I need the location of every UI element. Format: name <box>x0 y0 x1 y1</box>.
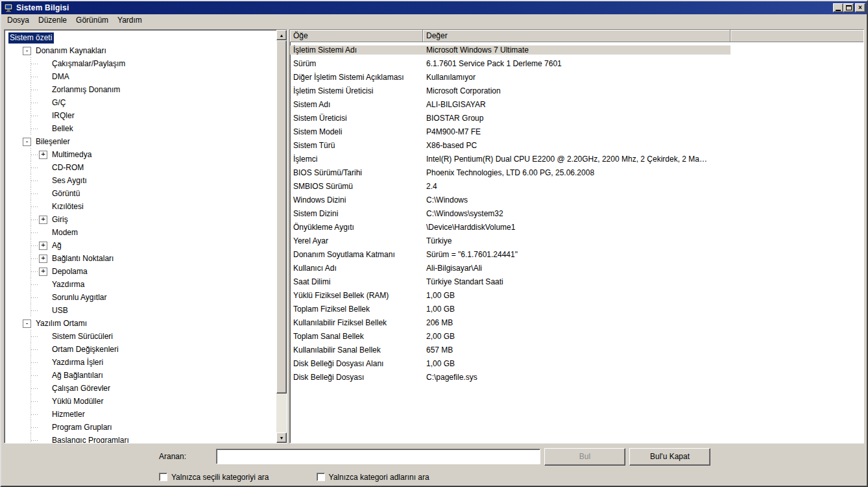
table-row[interactable]: SMBIOS Sürümü2.4 <box>290 179 863 193</box>
table-row[interactable]: Disk Belleği DosyasıC:\pagefile.sys <box>290 370 863 384</box>
tree-item[interactable]: Yazdırma İşleri <box>7 356 276 369</box>
tree-item[interactable]: Kızılötesi <box>7 200 276 213</box>
table-row[interactable]: Sistem DiziniC:\Windows\system32 <box>290 206 863 220</box>
collapse-icon[interactable]: - <box>23 47 31 55</box>
tree-item[interactable]: USB <box>7 304 276 317</box>
item-cell: Windows Dizini <box>290 195 423 205</box>
item-cell: Sürüm <box>290 59 423 68</box>
table-row[interactable]: İşletim Sistemi AdıMicrosoft Windows 7 U… <box>290 43 863 56</box>
find-button[interactable]: Bul <box>544 448 625 466</box>
menu-help[interactable]: Yardım <box>113 14 147 27</box>
tree-item[interactable]: Sistem Sürücüleri <box>7 330 276 343</box>
tree-connector <box>39 284 47 285</box>
tree-item[interactable]: -Donanım Kaynakları <box>7 44 276 57</box>
value-cell: Türkiye Standart Saati <box>423 277 730 286</box>
search-selected-category-option[interactable]: Yalnızca seçili kategoriyi ara <box>159 473 269 482</box>
tree-item-label: Bağlantı Noktaları <box>51 253 115 264</box>
titlebar: Sistem Bilgisi × <box>1 1 867 14</box>
close-find-button[interactable]: Bul'u Kapat <box>629 448 710 466</box>
tree-item[interactable]: +Depolama <box>7 265 276 278</box>
tree-item[interactable]: G/Ç <box>7 96 276 109</box>
tree-item[interactable]: +Bağlantı Noktaları <box>7 252 276 265</box>
selected-category-checkbox[interactable] <box>159 473 167 481</box>
minimize-button[interactable] <box>833 3 843 12</box>
table-row[interactable]: İşletim Sistemi ÜreticisiMicrosoft Corpo… <box>290 84 863 97</box>
tree-item[interactable]: -Yazılım Ortamı <box>7 317 276 330</box>
expand-icon[interactable]: + <box>39 242 47 250</box>
tree-connector <box>39 349 47 350</box>
table-row[interactable]: Diğer İşletim Sistemi AçıklamasıKullanıl… <box>290 70 863 84</box>
tree-item[interactable]: Yazdırma <box>7 278 276 291</box>
tree-item[interactable]: DMA <box>7 70 276 83</box>
scroll-down-button[interactable]: ▼ <box>276 432 287 443</box>
tree-item[interactable]: IRQler <box>7 109 276 122</box>
tree-scrollbar[interactable]: ▲ ▼ <box>276 30 287 443</box>
table-row[interactable]: Sürüm6.1.7601 Service Pack 1 Derleme 760… <box>290 56 863 70</box>
menu-file[interactable]: Dosya <box>3 14 34 27</box>
item-cell: BIOS Sürümü/Tarihi <box>290 168 423 177</box>
tree-connector <box>39 336 47 337</box>
tree-item-root[interactable]: Sistem özeti <box>7 31 276 44</box>
expand-icon[interactable]: + <box>39 255 47 263</box>
tree-item[interactable]: Görüntü <box>7 187 276 200</box>
search-bar: Aranan: Bul Bul'u Kapat <box>1 445 867 468</box>
tree-item[interactable]: Zorlanmış Donanım <box>7 83 276 96</box>
tree-item[interactable]: CD-ROM <box>7 161 276 174</box>
tree-item[interactable]: Çakışmalar/Paylaşım <box>7 57 276 70</box>
search-options-row: Yalnızca seçili kategoriyi ara Yalnızca … <box>1 468 867 486</box>
category-names-checkbox[interactable] <box>317 473 325 481</box>
tree-item[interactable]: -Bileşenler <box>7 135 276 148</box>
tree-item[interactable]: Sorunlu Aygıtlar <box>7 291 276 304</box>
table-row[interactable]: BIOS Sürümü/TarihiPhoenix Technologies, … <box>290 166 863 179</box>
table-row[interactable]: Sistem ModeliP4M900-M7 FE <box>290 125 863 138</box>
expand-icon[interactable]: + <box>39 268 47 276</box>
tree-item[interactable]: Program Grupları <box>7 421 276 434</box>
collapse-icon[interactable]: - <box>23 319 31 328</box>
table-row[interactable]: Windows DiziniC:\Windows <box>290 193 863 206</box>
table-row[interactable]: Yerel AyarTürkiye <box>290 234 863 247</box>
table-row[interactable]: İşlemciIntel(R) Pentium(R) Dual CPU E220… <box>290 152 863 166</box>
tree-item[interactable]: Yüklü Modüller <box>7 395 276 408</box>
column-header-value[interactable]: Değer <box>423 30 730 42</box>
tree-item[interactable]: Ses Aygıtı <box>7 174 276 187</box>
tree-item[interactable]: Ortam Değişkenleri <box>7 343 276 356</box>
table-row[interactable]: Toplam Sanal Bellek2,00 GB <box>290 329 863 343</box>
selected-category-label: Yalnızca seçili kategoriyi ara <box>171 473 269 482</box>
tree-item[interactable]: Ağ Bağlantıları <box>7 369 276 382</box>
table-row[interactable]: Donanım Soyutlama KatmanıSürüm = "6.1.76… <box>290 247 863 261</box>
tree-item[interactable]: Hizmetler <box>7 408 276 421</box>
tree-item[interactable]: Bellek <box>7 122 276 135</box>
menu-edit[interactable]: Düzenle <box>34 14 71 27</box>
scrollbar-track[interactable] <box>276 40 287 432</box>
column-header-item[interactable]: Öğe <box>290 30 423 42</box>
table-row[interactable]: Saat DilimiTürkiye Standart Saati <box>290 275 863 288</box>
table-row[interactable]: Önyükleme Aygıtı\Device\HarddiskVolume1 <box>290 220 863 234</box>
expand-icon[interactable]: + <box>39 216 47 224</box>
close-button[interactable]: × <box>855 3 865 12</box>
table-row[interactable]: Toplam Fiziksel Bellek1,00 GB <box>290 302 863 316</box>
expand-icon[interactable]: + <box>39 151 47 159</box>
tree-item-label: Sistem Sürücüleri <box>51 331 115 342</box>
table-row[interactable]: Sistem TürüX86-based PC <box>290 138 863 152</box>
table-row[interactable]: Yüklü Fiziksel Bellek (RAM)1,00 GB <box>290 288 863 302</box>
collapse-icon[interactable]: - <box>23 138 31 146</box>
tree-item[interactable]: Başlangıç Programları <box>7 434 276 443</box>
tree-item[interactable]: Çalışan Görevler <box>7 382 276 395</box>
tree-item[interactable]: +Multimedya <box>7 148 276 161</box>
table-row[interactable]: Kullanıcı AdıAli-Bilgisayar\Ali <box>290 261 863 275</box>
maximize-button[interactable] <box>843 3 854 12</box>
table-row[interactable]: Kullanılabilir Fiziksel Bellek206 MB <box>290 316 863 329</box>
scroll-up-button[interactable]: ▲ <box>276 30 287 40</box>
scrollbar-thumb[interactable] <box>276 40 287 393</box>
search-input[interactable] <box>216 449 540 464</box>
table-row[interactable]: Sistem ÜreticisiBIOSTAR Group <box>290 111 863 125</box>
tree-connector <box>39 427 47 428</box>
table-row[interactable]: Sistem AdıALI-BILGISAYAR <box>290 97 863 111</box>
tree-item[interactable]: +Giriş <box>7 213 276 226</box>
tree-item[interactable]: +Ağ <box>7 239 276 252</box>
search-category-names-option[interactable]: Yalnızca kategori adlarını ara <box>317 473 429 482</box>
table-row[interactable]: Kullanılabilir Sanal Bellek657 MB <box>290 343 863 356</box>
table-row[interactable]: Disk Belleği Dosyası Alanı1,00 GB <box>290 356 863 370</box>
menu-view[interactable]: Görünüm <box>71 14 113 27</box>
tree-item[interactable]: Modem <box>7 226 276 239</box>
